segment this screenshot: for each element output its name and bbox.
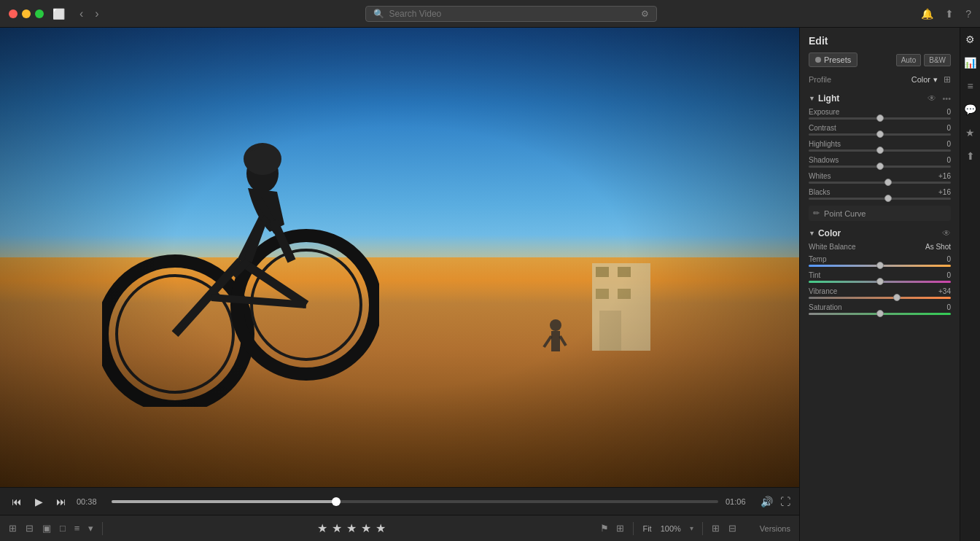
color-eye-icon[interactable]: 👁 <box>942 228 951 238</box>
auto-button[interactable]: Auto <box>896 54 922 66</box>
tint-track[interactable] <box>809 281 951 283</box>
contrast-value: 0 <box>946 124 951 132</box>
back-button[interactable]: ‹ <box>77 6 86 22</box>
whites-value: +16 <box>938 172 951 180</box>
star-4[interactable]: ★ <box>361 521 371 535</box>
grid-view-icon[interactable]: ⊞ <box>944 74 951 85</box>
vibrance-label: Vibrance <box>809 287 837 295</box>
exposure-slider-row: Exposure 0 <box>809 108 951 120</box>
fullscreen-button[interactable]: ⛶ <box>780 496 790 507</box>
shadows-slider-row: Shadows 0 <box>809 156 951 168</box>
details-icon[interactable]: ≡ <box>967 80 973 92</box>
color-section-header[interactable]: ▼ Color 👁 <box>809 228 951 238</box>
contrast-track[interactable] <box>809 133 951 136</box>
comment-icon[interactable]: 💬 <box>964 104 976 115</box>
saturation-slider-row: Saturation 0 <box>809 303 951 315</box>
eye-icon[interactable]: 👁 <box>928 93 936 104</box>
histogram-icon[interactable]: 📊 <box>964 57 976 69</box>
tag-icon[interactable]: ⊞ <box>616 523 624 534</box>
presets-row: Presets Auto B&W <box>809 52 951 67</box>
edit-panel-icon[interactable]: ⚙ <box>965 34 975 45</box>
play-button[interactable]: ▶ <box>32 494 46 509</box>
profile-controls: Color ▾ ⊞ <box>911 74 951 85</box>
video-frame <box>0 28 799 487</box>
blacks-thumb[interactable] <box>884 195 892 202</box>
square-icon[interactable]: □ <box>60 523 66 534</box>
right-panel: Edit Presets Auto B&W Profile Color <box>799 28 960 541</box>
vibrance-track[interactable] <box>809 297 951 299</box>
point-curve-row[interactable]: ✏ Point Curve <box>809 206 951 221</box>
star-2[interactable]: ★ <box>332 521 342 535</box>
shadows-thumb[interactable] <box>876 163 884 170</box>
contrast-thumb[interactable] <box>876 131 884 138</box>
search-bar[interactable]: 🔍 ⚙ <box>365 6 657 22</box>
highlights-thumb[interactable] <box>876 147 884 154</box>
edit-title: Edit <box>809 35 951 47</box>
filter-icon[interactable]: ⚙ <box>641 9 649 19</box>
progress-bar[interactable] <box>112 500 718 503</box>
skip-forward-button[interactable]: ⏭ <box>53 494 69 509</box>
light-section-header[interactable]: ▼ Light 👁 ••• <box>809 93 951 104</box>
skip-back-button[interactable]: ⏮ <box>9 494 25 509</box>
saturation-thumb[interactable] <box>876 310 884 317</box>
layout-1-icon[interactable]: ⊞ <box>712 523 720 534</box>
pencil-icon: ✏ <box>813 209 820 218</box>
progress-fill <box>112 500 336 503</box>
detail-view-icon[interactable]: ⊟ <box>26 523 34 534</box>
total-time: 01:06 <box>726 497 753 506</box>
dropdown-arrow[interactable]: ▾ <box>88 523 93 534</box>
minimize-button[interactable] <box>22 9 31 18</box>
whites-thumb[interactable] <box>884 179 892 186</box>
forward-button[interactable]: › <box>92 6 101 22</box>
help-icon[interactable]: ? <box>965 8 971 20</box>
highlights-slider-row: Highlights 0 <box>809 140 951 152</box>
star-icon[interactable]: ★ <box>965 127 975 139</box>
sidebar-toggle-icon[interactable]: ⬜ <box>52 8 65 20</box>
shadows-value: 0 <box>946 156 951 164</box>
maximize-button[interactable] <box>35 9 44 18</box>
highlights-label: Highlights <box>809 140 841 148</box>
list-icon[interactable]: ≡ <box>74 523 80 534</box>
temp-track[interactable] <box>809 265 951 267</box>
search-input[interactable] <box>389 9 641 19</box>
star-3[interactable]: ★ <box>346 521 357 535</box>
separator-2 <box>633 522 634 535</box>
layout-2-icon[interactable]: ⊟ <box>728 523 736 534</box>
profile-value[interactable]: Color ▾ <box>911 75 938 85</box>
star-5[interactable]: ★ <box>376 521 386 535</box>
star-rating[interactable]: ★ ★ ★ ★ ★ <box>112 521 591 535</box>
whites-track[interactable] <box>809 182 951 184</box>
temp-thumb[interactable] <box>876 262 884 269</box>
highlights-track[interactable] <box>809 149 951 152</box>
exposure-thumb[interactable] <box>876 114 884 122</box>
saturation-value: 0 <box>946 303 951 311</box>
share-panel-icon[interactable]: ⬆ <box>966 150 975 162</box>
progress-handle[interactable] <box>332 497 341 506</box>
grid-view-icon[interactable]: ⊞ <box>9 523 17 534</box>
more-icon[interactable]: ••• <box>942 94 951 103</box>
compare-icon[interactable]: ▣ <box>42 523 51 534</box>
star-1[interactable]: ★ <box>317 521 327 535</box>
volume-icon[interactable]: 🔊 <box>761 496 773 507</box>
whites-slider-row: Whites +16 <box>809 172 951 184</box>
share-icon[interactable]: ⬆ <box>945 8 954 20</box>
vibrance-thumb[interactable] <box>893 294 901 301</box>
bottom-toolbar: ⊞ ⊟ ▣ □ ≡ ▾ ★ ★ ★ ★ ★ ⚑ ⊞ Fit 100% ▾ ⊞ <box>0 515 799 541</box>
light-section: ▼ Light 👁 ••• Exposure 0 <box>809 93 951 200</box>
exposure-track[interactable] <box>809 117 951 120</box>
close-button[interactable] <box>9 9 18 18</box>
separator-3 <box>702 522 703 535</box>
blacks-track[interactable] <box>809 198 951 200</box>
saturation-track[interactable] <box>809 313 951 315</box>
exposure-value: 0 <box>946 108 951 116</box>
bw-button[interactable]: B&W <box>924 54 951 66</box>
auto-custom-buttons: Auto B&W <box>896 54 951 66</box>
zoom-dropdown[interactable]: ▾ <box>690 524 693 532</box>
flag-icon[interactable]: ⚑ <box>600 523 609 534</box>
notification-icon[interactable]: 🔔 <box>921 8 933 20</box>
shadows-track[interactable] <box>809 166 951 168</box>
presets-button[interactable]: Presets <box>809 52 858 67</box>
white-balance-value[interactable]: As Shot <box>925 243 951 251</box>
color-collapse-arrow: ▼ <box>809 230 815 237</box>
tint-thumb[interactable] <box>876 278 884 285</box>
